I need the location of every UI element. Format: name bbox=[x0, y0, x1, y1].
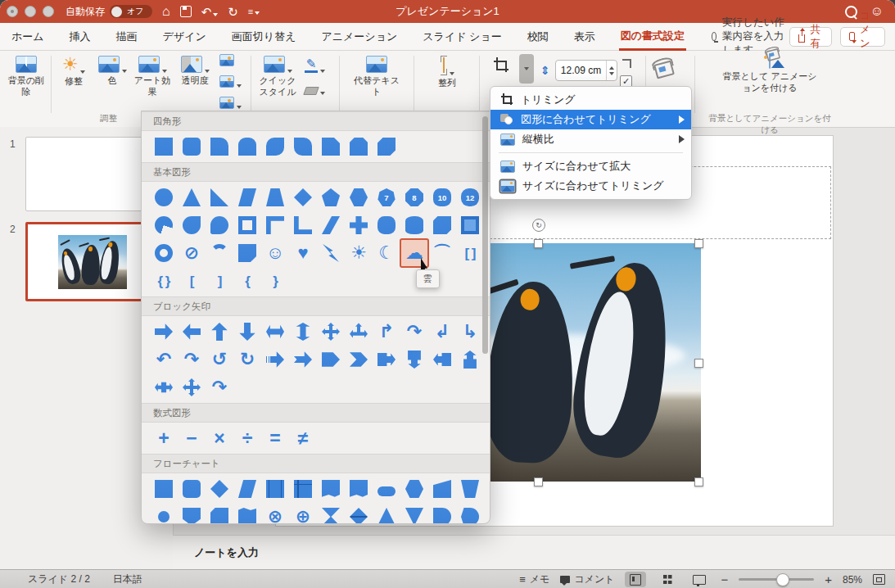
shape-rectangle[interactable] bbox=[150, 133, 178, 161]
shape-chevron-arrow[interactable] bbox=[345, 346, 373, 373]
shape-flow-display[interactable] bbox=[456, 503, 484, 524]
shape-flow-collate[interactable] bbox=[317, 503, 345, 524]
format-background-button[interactable] bbox=[655, 62, 673, 77]
tab-表示[interactable]: 表示 bbox=[572, 24, 597, 49]
shape-frame[interactable] bbox=[233, 211, 261, 239]
shape-moon[interactable]: ☾ bbox=[373, 239, 400, 267]
shape-flow-decision[interactable] bbox=[206, 475, 233, 503]
shape-snip-single-corner-rectangle[interactable] bbox=[317, 133, 345, 161]
shape-round-same-side-rectangle[interactable] bbox=[233, 133, 261, 161]
search-icon[interactable] bbox=[845, 6, 857, 18]
shape-snip-diagonal-rectangle[interactable] bbox=[373, 133, 400, 161]
gallery-scrollbar[interactable] bbox=[482, 116, 488, 354]
toolbar-options-icon[interactable]: ≡ bbox=[248, 7, 260, 16]
shape-flow-preparation[interactable] bbox=[400, 475, 428, 503]
shape-curved-left-arrow[interactable]: ↶ bbox=[150, 346, 178, 373]
shape-parallelogram[interactable] bbox=[233, 183, 261, 211]
resize-handle-s[interactable] bbox=[534, 477, 543, 486]
shape-isosceles-triangle[interactable] bbox=[178, 183, 206, 211]
shape-no-symbol[interactable]: ⊘ bbox=[178, 239, 206, 267]
shape-flow-alternate-process[interactable] bbox=[178, 475, 206, 503]
shape-flow-extract[interactable] bbox=[400, 503, 428, 524]
alt-text-button[interactable]: 代替テキスト bbox=[354, 56, 400, 98]
shape-flow-document[interactable] bbox=[317, 475, 345, 503]
shape-left-arrow-callout[interactable] bbox=[428, 346, 456, 373]
shape-up-down-arrow[interactable] bbox=[289, 318, 317, 346]
shape-flow-manual-operation[interactable] bbox=[456, 475, 484, 503]
height-stepper[interactable] bbox=[606, 61, 617, 80]
tab-画面切り替え[interactable]: 画面切り替え bbox=[230, 24, 298, 49]
notes-pane[interactable]: ノートを入力 bbox=[173, 535, 895, 570]
shape-left-brace[interactable]: { bbox=[233, 267, 261, 295]
shape-can[interactable] bbox=[400, 211, 428, 239]
shape-rounded-rectangle[interactable] bbox=[178, 133, 206, 161]
shape-right-bracket[interactable]: ] bbox=[206, 267, 233, 295]
shape-teardrop[interactable] bbox=[178, 211, 206, 239]
resize-handle-n[interactable] bbox=[534, 239, 543, 248]
shape-double-bracket[interactable]: [ ] bbox=[456, 239, 484, 267]
shape-flow-delay[interactable] bbox=[428, 503, 456, 524]
shape-left-arrow[interactable] bbox=[178, 318, 206, 346]
slide-thumbnail-1[interactable] bbox=[25, 137, 143, 211]
shape-left-right-up-arrow[interactable] bbox=[345, 318, 373, 346]
notes-toggle[interactable]: ≡メモ bbox=[519, 572, 549, 586]
shape-flow-summing-junction[interactable]: ⊕ bbox=[289, 503, 317, 524]
shape-diagonal-stripe[interactable] bbox=[317, 211, 345, 239]
shape-bevel[interactable] bbox=[456, 211, 484, 239]
zoom-window-button[interactable] bbox=[43, 6, 54, 17]
shape-notched-right-arrow[interactable] bbox=[289, 346, 317, 373]
shape-oval[interactable] bbox=[150, 183, 178, 211]
normal-view-button[interactable] bbox=[625, 572, 646, 587]
shape-flow-predefined-process[interactable] bbox=[261, 475, 289, 503]
menu-item-縦横比[interactable]: 縦横比 bbox=[490, 129, 691, 149]
menu-item-図形に合わせてトリミング[interactable]: 図形に合わせてトリミング bbox=[490, 110, 691, 129]
shape-right-brace[interactable]: } bbox=[261, 267, 289, 295]
shape-flow-punched-tape[interactable] bbox=[233, 503, 261, 524]
zoom-slider[interactable] bbox=[739, 578, 814, 581]
tab-アニメーション[interactable]: アニメーション bbox=[319, 24, 399, 49]
shape-smooth-octagon[interactable] bbox=[373, 211, 400, 239]
home-icon[interactable]: ⌂ bbox=[162, 5, 170, 18]
shape-down-arrow[interactable] bbox=[233, 318, 261, 346]
shape-math-plus[interactable]: + bbox=[150, 424, 178, 452]
shape-double-brace[interactable]: { } bbox=[150, 267, 178, 295]
compress-picture-button[interactable] bbox=[219, 54, 234, 66]
shape-trapezoid[interactable] bbox=[261, 183, 289, 211]
shape-curved-down-arrow[interactable]: ↷ bbox=[206, 373, 233, 401]
shape-left-bracket[interactable]: [ bbox=[178, 267, 206, 295]
shape-sun[interactable]: ☀ bbox=[345, 239, 373, 267]
shape-flow-data[interactable] bbox=[233, 475, 261, 503]
shape-up-arrow-callout[interactable] bbox=[456, 346, 484, 373]
quick-styles-button[interactable]: クイック スタイル bbox=[254, 56, 301, 98]
shape-arc-curve[interactable]: ⌒ bbox=[428, 239, 456, 267]
shape-heart[interactable]: ♥ bbox=[289, 239, 317, 267]
shape-half-frame[interactable] bbox=[261, 211, 289, 239]
shape-flow-manual-input[interactable] bbox=[428, 475, 456, 503]
menu-item-サイズに合わせてトリミング[interactable]: サイズに合わせてトリミング bbox=[490, 176, 691, 196]
shape-pie[interactable] bbox=[150, 211, 178, 239]
transparency-button[interactable]: 透明度 bbox=[174, 56, 216, 87]
shape-flow-connector[interactable] bbox=[150, 503, 178, 524]
shape-math-multiply[interactable]: × bbox=[206, 424, 233, 452]
tab-ホーム[interactable]: ホーム bbox=[10, 24, 46, 49]
shape-striped-right-arrow[interactable] bbox=[261, 346, 289, 373]
shape-u-turn-arrow[interactable]: ↷ bbox=[400, 318, 428, 346]
resize-handle-e[interactable] bbox=[694, 359, 703, 368]
shape-arc[interactable] bbox=[206, 239, 233, 267]
shape-smiley-face[interactable]: ☺ bbox=[261, 239, 289, 267]
tab-スライド ショー[interactable]: スライド ショー bbox=[421, 24, 503, 49]
undo-icon[interactable]: ↶ bbox=[201, 6, 219, 18]
shape-heptagon[interactable]: 7 bbox=[373, 183, 400, 211]
shape-flow-off-page-connector[interactable] bbox=[178, 503, 206, 524]
zoom-out-button[interactable]: − bbox=[721, 573, 728, 586]
artistic-effects-button[interactable]: アート効果 bbox=[131, 56, 174, 98]
shape-down-arrow-callout[interactable] bbox=[400, 346, 428, 373]
shape-flow-merge[interactable] bbox=[373, 503, 400, 524]
slide-thumbnail-2[interactable] bbox=[25, 222, 147, 301]
shape-donut[interactable] bbox=[150, 239, 178, 267]
shape-right-triangle[interactable] bbox=[206, 183, 233, 211]
shape-pentagon[interactable] bbox=[317, 183, 345, 211]
shape-flow-multidocument[interactable] bbox=[345, 475, 373, 503]
shape-curved-right-arrow[interactable]: ↷ bbox=[178, 346, 206, 373]
tab-描画[interactable]: 描画 bbox=[115, 24, 139, 49]
